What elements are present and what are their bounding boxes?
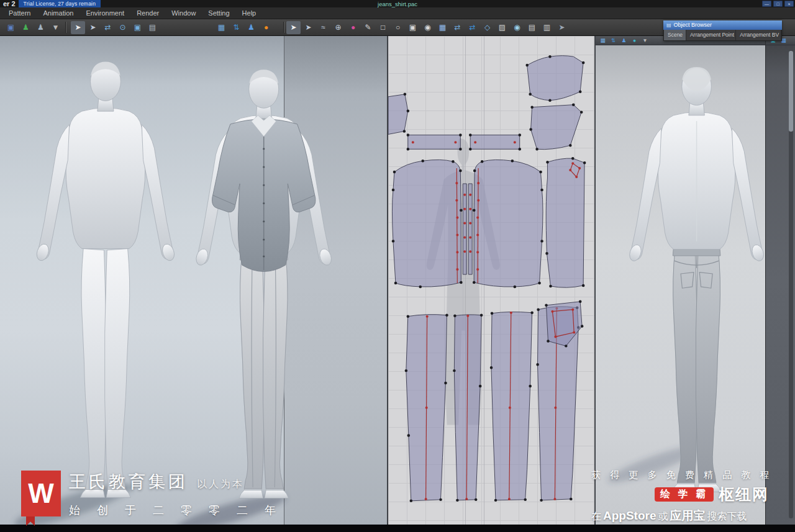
mini-grid-icon[interactable]: ▦ xyxy=(598,37,607,45)
pattern-piece-placket-right[interactable] xyxy=(468,184,472,274)
download-text: 搜索下载 xyxy=(707,510,747,523)
side-dock-panel: ▣▦ xyxy=(765,36,795,525)
texture-editor-icon[interactable]: ▨ xyxy=(495,21,509,34)
segment-sewing-icon[interactable]: ⇄ xyxy=(450,21,465,34)
dock-scrollbar-thumb[interactable] xyxy=(789,51,793,132)
menu-window[interactable]: Window xyxy=(165,7,202,19)
menu-environment[interactable]: Environment xyxy=(80,7,130,19)
mini-sphere-icon[interactable]: ● xyxy=(630,37,639,45)
appstore-text: AppStore xyxy=(603,509,656,523)
show-pattern-eye-icon[interactable]: ◉ xyxy=(510,21,524,34)
pattern-piece-pant-3[interactable] xyxy=(491,312,532,500)
display-dropdown-icon[interactable]: ▼ xyxy=(48,21,63,34)
window-controls: —□× xyxy=(762,1,794,7)
pattern-piece-yoke-2[interactable] xyxy=(531,105,582,150)
polygon-tool-icon[interactable]: ✎ xyxy=(361,21,375,34)
brand-logo: W xyxy=(21,471,61,516)
avatar-pose-icon[interactable]: ♟ xyxy=(34,21,48,34)
maximize-button[interactable]: □ xyxy=(773,1,783,7)
toolbar-group-2d-tools: ➤➤≈⊕●✎□○▣◉▦⇄⇄◇▨◉▤▥➤ xyxy=(286,21,569,34)
quality-grid-icon[interactable]: ▦ xyxy=(214,21,229,34)
app-title: er 2 xyxy=(0,0,19,7)
pointer-info-icon[interactable]: ➤ xyxy=(555,21,569,34)
minimize-button[interactable]: — xyxy=(762,1,771,7)
viewport-3d-avatar[interactable] xyxy=(0,36,284,525)
seam-dot-icon[interactable]: ● xyxy=(346,21,360,34)
mini-simulate-icon[interactable]: ⇅ xyxy=(609,37,618,45)
close-button[interactable]: × xyxy=(784,1,794,7)
menubar: PatternAnimationEnvironmentRenderWindowS… xyxy=(0,7,795,19)
watermark-right: 获 得 更 多 免 费 精 品 教 程 绘 学 霸 枢纽网 在 AppStore… xyxy=(591,469,769,524)
simulate-toggle-icon[interactable]: ⇅ xyxy=(229,21,243,34)
transform-pattern-icon[interactable]: ➤ xyxy=(286,21,301,34)
rectangle-tool-icon[interactable]: □ xyxy=(376,21,390,34)
rotate-gizmo-icon[interactable]: ⊙ xyxy=(116,21,130,34)
mini-avatar-icon[interactable]: ♟ xyxy=(619,37,629,45)
pattern-piece-pant-1[interactable] xyxy=(406,315,447,501)
edit-pattern-icon[interactable]: ➤ xyxy=(301,21,316,34)
viewport-2d-pattern[interactable] xyxy=(387,36,594,525)
tab-scene[interactable]: Scene xyxy=(664,30,686,40)
pattern-piece-shirt-front-right[interactable] xyxy=(474,160,543,287)
dock-scrollbar[interactable] xyxy=(789,50,793,518)
add-point-icon[interactable]: ⊕ xyxy=(331,21,345,34)
watermark-promo-line: 获 得 更 多 免 费 精 品 教 程 xyxy=(591,469,769,481)
edit-curve-icon[interactable]: ≈ xyxy=(316,21,330,34)
toolbar-separator xyxy=(283,22,284,33)
scale-gizmo-icon[interactable]: ▣ xyxy=(130,21,145,34)
pattern-piece-waistband-right[interactable] xyxy=(470,135,520,149)
menu-render[interactable]: Render xyxy=(130,7,165,19)
toolbar-group-display: ▣♟♟▼ xyxy=(4,21,63,34)
object-browser-panel: ▤ Object Browser SceneArrangement PointA… xyxy=(663,20,782,41)
tab-arrangement-point[interactable]: Arrangement Point xyxy=(686,30,736,40)
paper-pattern-icon[interactable]: ▤ xyxy=(525,21,539,34)
pattern-grid-icon[interactable]: ▦ xyxy=(435,21,450,34)
free-sewing-icon[interactable]: ⇄ xyxy=(465,21,479,34)
object-browser-title: Object Browser xyxy=(674,20,712,30)
watermark-slogan: 以人为本 xyxy=(197,478,244,491)
show-sewing-icon[interactable]: ◇ xyxy=(480,21,494,34)
watermark-site-brand: 枢纽网 xyxy=(719,484,769,505)
pattern-canvas[interactable] xyxy=(388,36,594,525)
brand-logo-letter: W xyxy=(28,478,54,509)
pattern-piece-shirt-back[interactable] xyxy=(546,158,584,287)
viewport-3d-garment[interactable] xyxy=(284,36,387,525)
paper-copy-icon[interactable]: ▥ xyxy=(540,21,554,34)
menu-help[interactable]: Help xyxy=(236,7,263,19)
bottom-bar xyxy=(0,525,795,532)
watermark-left: W 王氏教育集团 以人为本 始 创 于 二 零 零 二 年 xyxy=(21,471,283,518)
round-dart-tool-icon[interactable]: ◉ xyxy=(420,21,435,34)
toolbar-group-select-3d: ➤➤⇄⊙▣▤ xyxy=(71,21,160,34)
viewport-3d-back[interactable]: ▦⇅♟●▼ xyxy=(594,36,765,525)
marvelous-designer-window: er 2 Trial License, 27 days remain jeans… xyxy=(0,0,795,532)
dart-tool-icon[interactable]: ▣ xyxy=(406,21,420,34)
object-browser-tabs: SceneArrangement PointArrangement BV xyxy=(663,30,782,41)
workspace: ▦⇅♟●▼ ▣▦ xyxy=(0,36,795,525)
download-text: 在 xyxy=(591,510,601,523)
select-tool-icon[interactable]: ➤ xyxy=(71,21,85,34)
window-sync-icon[interactable]: ▤ xyxy=(145,21,160,34)
ellipse-tool-icon[interactable]: ○ xyxy=(391,21,405,34)
move-gizmo-icon[interactable]: ⇄ xyxy=(101,21,115,34)
pattern-piece-partial-left[interactable] xyxy=(388,94,408,135)
pattern-piece-waistband-left[interactable] xyxy=(408,135,461,149)
pattern-piece-placket-left[interactable] xyxy=(463,184,466,274)
object-browser-header[interactable]: ▤ Object Browser xyxy=(663,20,782,30)
simulate-sphere-icon[interactable]: ● xyxy=(259,21,273,34)
tab-arrangement-bv[interactable]: Arrangement BV xyxy=(736,30,781,40)
pattern-piece-shirt-front-left[interactable] xyxy=(392,160,461,287)
document-title: jeans_shirt.pac xyxy=(378,1,417,7)
garment-display-icon[interactable]: ▣ xyxy=(4,21,18,34)
toolbar-group-simulate: ▦⇅♟● xyxy=(214,21,273,34)
menu-setting[interactable]: Setting xyxy=(202,7,235,19)
avatar-display-icon[interactable]: ♟ xyxy=(19,21,33,34)
yingyongbao-text: 应用宝 xyxy=(670,508,706,524)
menu-pattern[interactable]: Pattern xyxy=(2,7,37,19)
mini-dropdown-icon[interactable]: ▼ xyxy=(640,37,650,45)
menu-animation[interactable]: Animation xyxy=(37,7,80,19)
toolbar-separator xyxy=(65,22,66,33)
avatar-pair-icon[interactable]: ♟ xyxy=(244,21,258,34)
pattern-piece-pant-2[interactable] xyxy=(454,315,481,500)
select-box-tool-icon[interactable]: ➤ xyxy=(86,21,100,34)
pattern-piece-yoke-1[interactable] xyxy=(527,56,584,101)
